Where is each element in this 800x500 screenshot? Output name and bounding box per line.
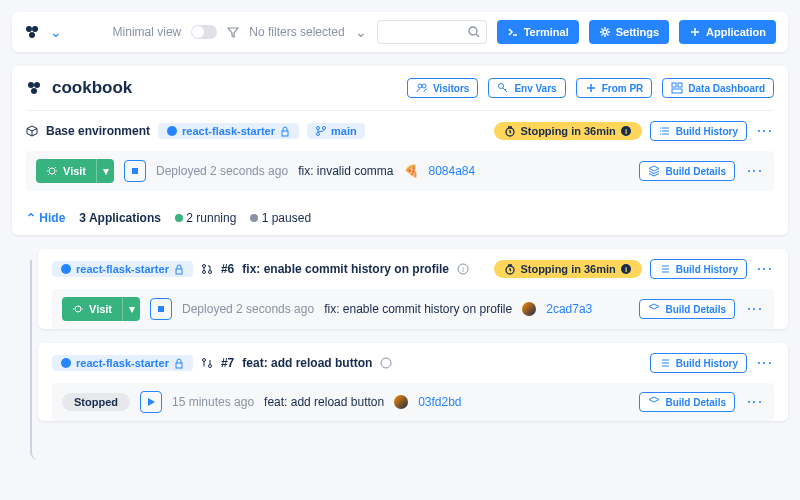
svg-point-1: [32, 26, 38, 32]
svg-rect-13: [678, 83, 682, 87]
pr-number: #7: [221, 356, 234, 370]
visit-button[interactable]: Visit: [36, 159, 96, 183]
github-icon: [166, 125, 178, 137]
search-icon: [468, 26, 480, 38]
svg-point-7: [34, 82, 40, 88]
info-icon[interactable]: i: [620, 263, 632, 275]
topbar: ⌄ Minimal view No filters selected ⌄ Ter…: [12, 12, 788, 52]
running-count: 2 running: [175, 211, 236, 225]
play-icon: [146, 397, 156, 407]
application-button[interactable]: Application: [679, 20, 776, 44]
pr-icon: [201, 263, 213, 275]
pr-icon: [201, 357, 213, 369]
svg-rect-36: [158, 306, 164, 312]
info-icon[interactable]: [380, 357, 392, 369]
terminal-button[interactable]: Terminal: [497, 20, 579, 44]
repo-chip[interactable]: react-flask-starter: [52, 355, 193, 371]
bug-icon: [46, 165, 58, 177]
kebab-menu[interactable]: ⋮: [755, 261, 774, 278]
visit-dropdown[interactable]: ▾: [96, 159, 114, 183]
env-vars-button[interactable]: Env Vars: [488, 78, 565, 98]
from-pr-button[interactable]: From PR: [576, 78, 653, 98]
stop-button[interactable]: [124, 160, 146, 182]
build-details-button[interactable]: Build Details: [639, 392, 735, 412]
build-history-button[interactable]: Build History: [650, 353, 747, 373]
svg-point-11: [499, 84, 504, 89]
svg-rect-24: [132, 168, 138, 174]
svg-rect-14: [672, 89, 682, 93]
commit-message: fix: invalid comma: [298, 164, 393, 178]
svg-point-19: [322, 127, 325, 130]
kebab-menu[interactable]: ⋮: [755, 355, 774, 372]
pr7-card: react-flask-starter #7 feat: add reload …: [38, 343, 788, 421]
list-icon: [659, 263, 671, 275]
visit-dropdown[interactable]: ▾: [122, 297, 140, 321]
commit-message: fix: enable commit history on profile: [324, 302, 512, 316]
build-details-button[interactable]: Build Details: [639, 161, 735, 181]
logo-icon[interactable]: [24, 24, 40, 40]
pr7-deploy-row: Stopped 15 minutes ago feat: add reload …: [52, 383, 774, 421]
visit-button[interactable]: Visit: [62, 297, 122, 321]
commit-hash[interactable]: 8084a84: [429, 164, 476, 178]
build-history-button[interactable]: Build History: [650, 259, 747, 279]
chevron-down-icon[interactable]: ⌄: [355, 24, 367, 40]
visitors-icon: [416, 82, 428, 94]
tree-connector: [30, 260, 50, 460]
build-history-button[interactable]: Build History: [650, 121, 747, 141]
commit-hash[interactable]: 2cad7a3: [546, 302, 592, 316]
svg-point-10: [422, 84, 426, 88]
svg-point-8: [31, 88, 37, 94]
info-icon[interactable]: i: [620, 125, 632, 137]
commit-message: feat: add reload button: [264, 395, 384, 409]
svg-point-3: [469, 27, 477, 35]
play-button[interactable]: [140, 391, 162, 413]
svg-point-25: [61, 264, 71, 274]
project-title: cookbook: [52, 78, 132, 98]
svg-point-37: [61, 358, 71, 368]
svg-rect-16: [282, 131, 288, 136]
svg-point-15: [167, 126, 177, 136]
chevron-down-icon[interactable]: ⌄: [50, 24, 62, 40]
repo-chip[interactable]: react-flask-starter: [158, 123, 299, 139]
svg-point-5: [603, 30, 607, 34]
kebab-menu[interactable]: ⋮: [745, 394, 764, 411]
deployed-time: 15 minutes ago: [172, 395, 254, 409]
deployed-time: Deployed 2 seconds ago: [182, 302, 314, 316]
settings-button[interactable]: Settings: [589, 20, 669, 44]
pr-title: feat: add reload button: [242, 356, 372, 370]
branch-chip[interactable]: main: [307, 123, 365, 139]
visitors-button[interactable]: Visitors: [407, 78, 479, 98]
svg-point-39: [202, 359, 205, 362]
build-details-button[interactable]: Build Details: [639, 299, 735, 319]
avatar: [394, 395, 408, 409]
cube-icon: [26, 125, 38, 137]
repo-chip[interactable]: react-flask-starter: [52, 261, 193, 277]
base-env-label: Base environment: [46, 124, 150, 138]
info-icon[interactable]: i: [457, 263, 469, 275]
svg-text:i: i: [625, 265, 627, 274]
filter-icon[interactable]: [227, 26, 239, 38]
kebab-menu[interactable]: ⋮: [755, 123, 774, 140]
terminal-icon: [507, 26, 519, 38]
stop-icon: [156, 304, 166, 314]
stop-button[interactable]: [150, 298, 172, 320]
search-input[interactable]: [377, 20, 487, 44]
pr-title: fix: enable commit history on profile: [242, 262, 449, 276]
layers-icon: [648, 165, 660, 177]
kebab-menu[interactable]: ⋮: [745, 163, 764, 180]
commit-hash[interactable]: 03fd2bd: [418, 395, 461, 409]
deployed-time: Deployed 2 seconds ago: [156, 164, 288, 178]
github-icon: [60, 357, 72, 369]
timer-icon: [504, 125, 516, 137]
kebab-menu[interactable]: ⋮: [745, 301, 764, 318]
minimal-view-toggle[interactable]: [191, 25, 217, 39]
key-icon: [497, 82, 509, 94]
dashboard-button[interactable]: Data Dashboard: [662, 78, 774, 98]
summary-row: ⌃ Hide 3 Applications 2 running 1 paused: [12, 201, 788, 235]
pizza-icon: 🍕: [404, 164, 419, 178]
svg-point-29: [208, 271, 211, 274]
svg-line-4: [476, 34, 479, 37]
svg-point-35: [75, 306, 81, 312]
filter-label[interactable]: No filters selected: [249, 25, 344, 39]
hide-toggle[interactable]: ⌃ Hide: [26, 211, 65, 225]
